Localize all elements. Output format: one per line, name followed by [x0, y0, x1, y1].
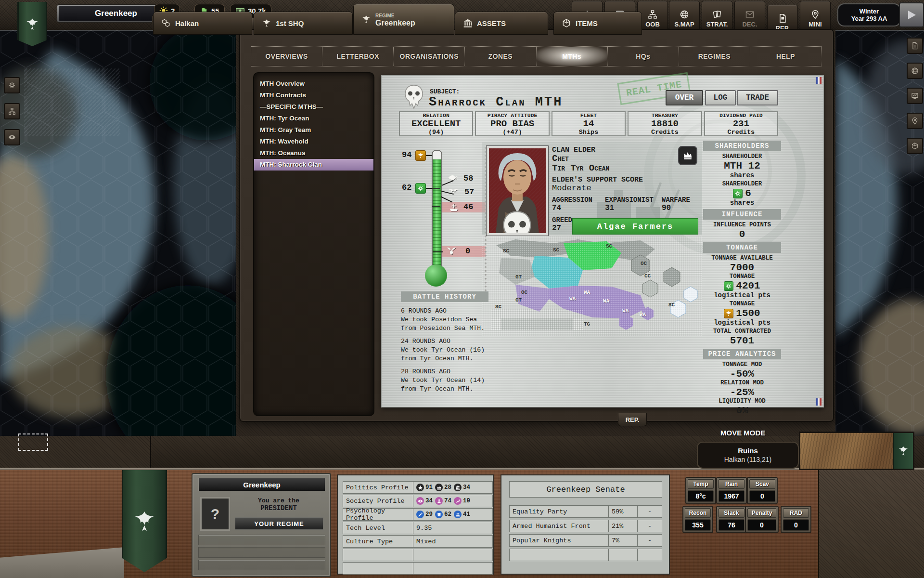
sidebar-item-mth-gray-team[interactable]: MTH: Gray Team — [254, 124, 373, 136]
location-plate: Ruins Halkan (113,21) — [697, 442, 799, 469]
tab-letterbox[interactable]: LETTERBOX — [322, 47, 393, 66]
over-view-button[interactable]: OVER — [666, 90, 703, 105]
stratagems-button[interactable]: STRAT. — [702, 1, 732, 30]
regime-banner-bottom — [122, 470, 167, 572]
map-region-label: SC — [606, 243, 612, 249]
tab-mths[interactable]: MTHs — [536, 47, 607, 66]
tab-hqs[interactable]: HQs — [607, 47, 679, 66]
bottom-right-armor — [818, 470, 924, 578]
leader-portrait-placeholder[interactable]: ? — [200, 497, 230, 531]
support-score-value: Moderate — [552, 184, 591, 193]
map-pin-icon — [911, 117, 919, 125]
map-edge-button-globe[interactable] — [907, 63, 923, 79]
tonnage-available-value: 7000 — [703, 262, 781, 273]
map-region-label: WA — [622, 308, 629, 314]
bottom-tab-halkan[interactable]: Halkan — [153, 12, 252, 35]
env-stat-recon: Recon355 — [682, 506, 713, 533]
corner-flag-icon — [816, 77, 821, 84]
tab-overviews[interactable]: OVERVIEWS — [251, 47, 322, 66]
empty-row — [343, 562, 416, 575]
relation-thermometer: 94 62 58 57 46 0 — [401, 145, 486, 298]
world-map-left[interactable] — [0, 30, 236, 437]
end-turn-button[interactable] — [899, 2, 924, 27]
your-regime-button[interactable]: YOUR REGIME — [235, 517, 323, 530]
gear-badge-icon — [415, 183, 426, 194]
stat-relation: RELATIONEXCELLENT(94) — [399, 111, 473, 136]
regime-flag — [893, 433, 913, 469]
bottom-tab-1st-shq[interactable]: 1st SHQ — [254, 12, 353, 35]
strategic-map-button[interactable]: S.MAP — [669, 1, 700, 30]
play-icon — [906, 9, 917, 21]
society-profile-label: Society Profile — [343, 495, 416, 507]
territory-map[interactable]: SC SC SC OC CC GT OC WA WA WA WA GT SC T… — [482, 236, 702, 336]
empty-row — [343, 549, 416, 561]
shareholder-2-sub: shares — [703, 199, 781, 207]
tonnage-mod-label: TONNAGE MOD — [703, 361, 781, 368]
party-name: Armed Humanist Front — [509, 520, 611, 532]
tab-organisations[interactable]: ORGANISATIONS — [393, 47, 464, 66]
party-name: Popular Knights — [509, 534, 611, 547]
map-region-label: TG — [584, 321, 590, 327]
document-icon — [911, 42, 919, 50]
bank-icon — [455, 485, 461, 490]
faction-button[interactable]: Algae Farmers — [572, 218, 698, 235]
empty-row — [637, 549, 662, 561]
aggression-label: AGGRESSION — [552, 196, 592, 204]
tile-preview[interactable] — [799, 432, 914, 470]
eagle-icon — [25, 17, 39, 31]
politics-profile-label: Politics Profile — [343, 481, 416, 494]
eagle-icon — [361, 14, 371, 24]
tab-regimes[interactable]: REGIMES — [679, 47, 750, 66]
map-edge-button-gear[interactable] — [4, 77, 20, 93]
sidebar-item-mth-overview[interactable]: MTH Overview — [254, 78, 373, 90]
society-profile-values: 34 74 19 — [413, 495, 493, 507]
map-edge-button-chart[interactable] — [907, 88, 923, 104]
tab-zones[interactable]: ZONES — [464, 47, 536, 66]
map-edge-button-pin[interactable] — [907, 113, 923, 129]
bottom-tab-items[interactable]: ITEMS — [553, 12, 642, 35]
marker-57-value: 57 — [464, 187, 474, 197]
map-edge-button-org[interactable] — [4, 103, 20, 119]
sidebar-item-mth-tyr-ocean[interactable]: MTH: Tyr Ocean — [254, 113, 373, 124]
eagle-icon — [417, 152, 424, 159]
stat-fleet: FLEET14Ships — [552, 111, 626, 136]
log-view-button[interactable]: LOG — [705, 90, 736, 105]
map-region-label: SC — [668, 302, 675, 308]
party-share: 7% — [608, 534, 640, 547]
trade-view-button[interactable]: TRADE — [737, 90, 778, 105]
elder-name: Chet — [552, 153, 569, 164]
map-edge-button-doc[interactable] — [907, 38, 923, 54]
liquidity-mod-label: LIQUIDITY MOD — [703, 398, 781, 405]
bottom-tab-assets[interactable]: ASSETS — [455, 12, 548, 35]
grad-cap-icon — [436, 512, 442, 517]
map-region-label: WA — [584, 289, 590, 295]
culture-type-value: Mixed — [413, 535, 493, 548]
shareholder-label: SHAREHOLDER — [703, 181, 781, 188]
map-edge-button-cube[interactable] — [907, 138, 923, 154]
party-trend: - — [637, 505, 662, 518]
chart-icon — [911, 92, 919, 100]
map-edge-button-eye[interactable] — [4, 129, 20, 145]
map-region-label: SC — [495, 304, 501, 310]
tab-help[interactable]: HELP — [750, 47, 821, 66]
marker-58-value: 58 — [463, 174, 473, 183]
influence-header: INFLUENCE — [703, 209, 781, 220]
warfare-value: 90 — [662, 204, 671, 212]
globe-icon — [911, 67, 919, 75]
sidebar-item-mth-wavehold[interactable]: MTH: Wavehold — [254, 136, 373, 147]
bird-icon — [446, 186, 461, 197]
minimap-button[interactable]: MINI — [800, 1, 831, 30]
marker-46-value: 46 — [463, 202, 473, 211]
decisions-button[interactable]: DEC. — [734, 1, 765, 30]
rep-tab-button[interactable]: REP. — [618, 413, 647, 426]
party-share: 59% — [608, 505, 640, 518]
party-share: 21% — [608, 520, 640, 532]
total-contracted-label: TOTAL CONTRACTED — [703, 328, 781, 335]
regime-info-box: Greenkeep ? You are the PRESIDENT YOUR R… — [192, 473, 331, 577]
sidebar-item-mth-oceanus[interactable]: MTH: Oceanus — [254, 147, 373, 159]
bottom-tab-regime-greenkeep[interactable]: REGIMEGreenkeep — [353, 4, 454, 35]
sidebar-item-mth-contracts[interactable]: MTH Contracts — [254, 90, 373, 101]
cube-icon — [562, 18, 571, 28]
env-stat-rad: RAD0 — [781, 506, 811, 533]
sidebar-item-mth-sharrock-clan[interactable]: MTH: Sharrock Clan — [254, 159, 373, 171]
